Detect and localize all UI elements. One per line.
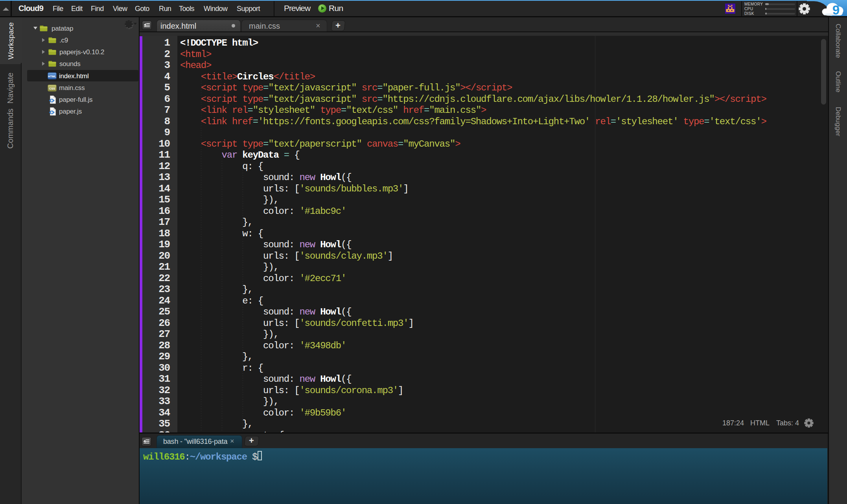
svg-text:9: 9 xyxy=(832,3,840,17)
svg-text:HTML: HTML xyxy=(48,75,56,78)
svg-text:CSS: CSS xyxy=(49,87,55,90)
